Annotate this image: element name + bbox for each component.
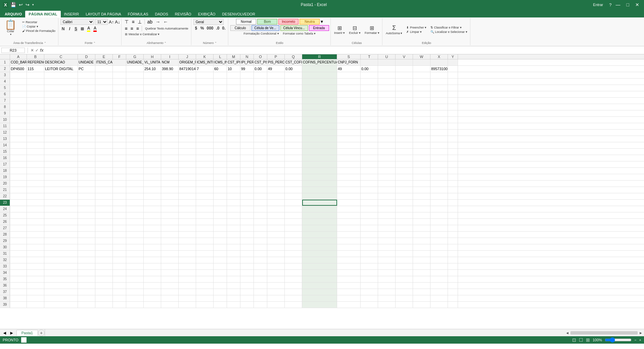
sheet-tab-pasta1[interactable]: Pasta1 <box>16 330 38 336</box>
cell-H17[interactable] <box>144 161 161 167</box>
cell-X6[interactable] <box>430 91 448 97</box>
cell-J11[interactable] <box>179 123 196 129</box>
cell-T4[interactable] <box>361 79 378 85</box>
cell-R21[interactable] <box>302 187 337 193</box>
cell-S2[interactable]: 49 <box>337 66 361 72</box>
cell-F5[interactable] <box>113 85 126 91</box>
col-header-S[interactable]: S <box>337 54 361 59</box>
cell-W36[interactable] <box>413 283 430 289</box>
cell-C4[interactable] <box>44 79 78 85</box>
cell-P17[interactable] <box>267 161 285 167</box>
cell-V30[interactable] <box>396 244 413 250</box>
cell-B35[interactable] <box>27 276 44 282</box>
cell-S23[interactable] <box>337 200 361 206</box>
row-num-37[interactable]: 37 <box>0 289 10 295</box>
cell-B4[interactable] <box>27 79 44 85</box>
cell-B32[interactable] <box>27 257 44 263</box>
cell-E36[interactable] <box>95 283 113 289</box>
cell-F25[interactable] <box>113 212 126 218</box>
cell-Y9[interactable] <box>448 110 458 116</box>
cell-E2[interactable] <box>95 66 113 72</box>
col-header-R[interactable]: R <box>302 54 337 59</box>
cell-D21[interactable] <box>78 187 95 193</box>
cell-G11[interactable] <box>126 123 144 129</box>
cell-V13[interactable] <box>396 136 413 142</box>
cell-U12[interactable] <box>378 130 396 136</box>
cell-B11[interactable] <box>27 123 44 129</box>
cell-Q35[interactable] <box>285 276 302 282</box>
cell-T36[interactable] <box>361 283 378 289</box>
cell-I16[interactable] <box>161 155 179 161</box>
cell-K12[interactable] <box>196 130 214 136</box>
cell-S4[interactable] <box>337 79 361 85</box>
row-num-30[interactable]: 30 <box>0 244 10 250</box>
decrease-decimal-button[interactable]: 0. <box>221 26 227 31</box>
cell-N14[interactable] <box>240 142 254 148</box>
cell-L35[interactable] <box>214 276 227 282</box>
cell-V14[interactable] <box>396 142 413 148</box>
cell-Y3[interactable] <box>448 72 458 78</box>
cell-A4[interactable] <box>10 79 27 85</box>
cell-Q9[interactable] <box>285 110 302 116</box>
style-incorreto[interactable]: Incorreto <box>278 19 298 24</box>
cell-A36[interactable] <box>10 283 27 289</box>
cell-W15[interactable] <box>413 149 430 155</box>
tab-desenvolvedor[interactable]: DESENVOLVEDOR <box>219 11 259 17</box>
zoom-slider[interactable] <box>605 337 632 343</box>
cell-N31[interactable] <box>240 251 254 257</box>
inserir-button[interactable]: ⊞ Inserir ▾ <box>333 24 347 35</box>
cell-P30[interactable] <box>267 244 285 250</box>
cell-K27[interactable] <box>196 225 214 231</box>
cell-J4[interactable] <box>179 79 196 85</box>
cell-H14[interactable] <box>144 142 161 148</box>
cell-F24[interactable] <box>113 206 126 212</box>
cell-U39[interactable] <box>378 302 396 308</box>
cell-U15[interactable] <box>378 149 396 155</box>
cell-E4[interactable] <box>95 79 113 85</box>
cell-B14[interactable] <box>27 142 44 148</box>
limpar-button[interactable]: ✗ Limpar ▾ <box>405 30 428 34</box>
cell-J22[interactable] <box>179 193 196 199</box>
cell-X34[interactable] <box>430 270 448 276</box>
cell-E11[interactable] <box>95 123 113 129</box>
row-num-11[interactable]: 11 <box>0 123 10 129</box>
cell-I14[interactable] <box>161 142 179 148</box>
tab-formulas[interactable]: FÓRMULAS <box>124 11 151 17</box>
cell-T5[interactable] <box>361 85 378 91</box>
align-center-button[interactable]: ≡ <box>130 26 134 32</box>
cell-U31[interactable] <box>378 251 396 257</box>
cell-Q16[interactable] <box>285 155 302 161</box>
cell-U17[interactable] <box>378 161 396 167</box>
cell-D1[interactable]: UNIDADE <box>78 59 95 65</box>
cell-X26[interactable] <box>430 219 448 225</box>
cell-Y35[interactable] <box>448 276 458 282</box>
cell-T25[interactable] <box>361 212 378 218</box>
cell-P23[interactable] <box>267 200 285 206</box>
cell-L20[interactable] <box>214 181 227 187</box>
cell-N22[interactable] <box>240 193 254 199</box>
cell-I18[interactable] <box>161 168 179 174</box>
cell-R12[interactable] <box>302 130 337 136</box>
cell-Q7[interactable] <box>285 98 302 104</box>
cell-U32[interactable] <box>378 257 396 263</box>
cell-Y1[interactable] <box>448 59 458 65</box>
cell-J9[interactable] <box>179 110 196 116</box>
cell-O9[interactable] <box>254 110 267 116</box>
cell-E29[interactable] <box>95 238 113 244</box>
cell-L6[interactable] <box>214 91 227 97</box>
cell-G26[interactable] <box>126 219 144 225</box>
cell-P22[interactable] <box>267 193 285 199</box>
cell-U13[interactable] <box>378 136 396 142</box>
cell-J26[interactable] <box>179 219 196 225</box>
cell-D19[interactable] <box>78 174 95 180</box>
cell-I19[interactable] <box>161 174 179 180</box>
cell-O29[interactable] <box>254 238 267 244</box>
cell-X30[interactable] <box>430 244 448 250</box>
cell-U19[interactable] <box>378 174 396 180</box>
cell-K16[interactable] <box>196 155 214 161</box>
cell-Q32[interactable] <box>285 257 302 263</box>
cell-C10[interactable] <box>44 117 78 123</box>
cancel-formula-icon[interactable]: ✕ <box>31 48 34 53</box>
col-header-H[interactable]: H <box>144 54 161 59</box>
confirm-formula-icon[interactable]: ✓ <box>35 48 39 53</box>
